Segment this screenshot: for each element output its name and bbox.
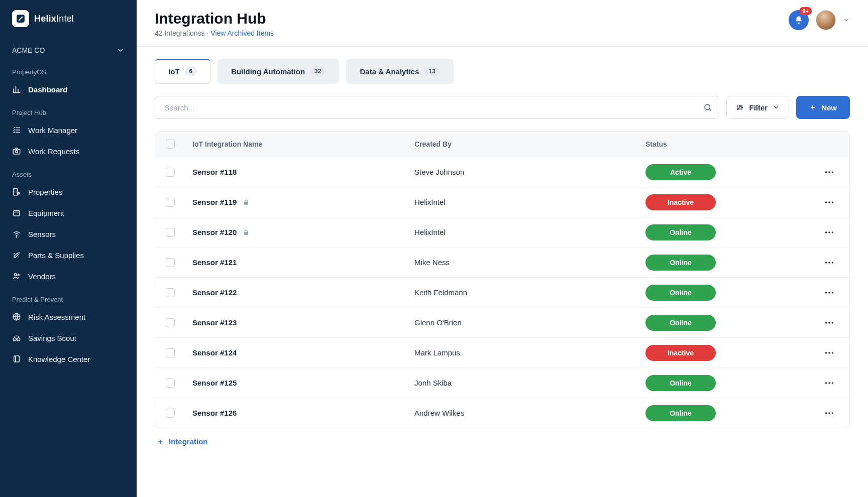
status-badge: Online: [645, 315, 716, 331]
add-integration-button[interactable]: Integration: [155, 428, 850, 455]
sidebar-item-properties[interactable]: Properties: [0, 181, 137, 202]
svg-point-6: [16, 236, 17, 237]
table-row[interactable]: Sensor #125Jonh SkibaOnline: [155, 367, 849, 398]
cell-name: Sensor #126: [185, 409, 407, 417]
cell-name: Sensor #123: [185, 318, 407, 327]
table-row[interactable]: Sensor #123Glenn O'BrienOnline: [155, 307, 849, 337]
svg-point-14: [737, 108, 739, 109]
row-actions-button[interactable]: [809, 287, 849, 298]
row-checkbox[interactable]: [166, 318, 175, 327]
table-row[interactable]: Sensor #122Keith FeldmannOnline: [155, 277, 849, 307]
tab-data-analytics[interactable]: Data & Analytics13: [346, 59, 453, 84]
row-checkbox[interactable]: [166, 198, 175, 207]
col-status: Status: [638, 140, 809, 148]
table-row[interactable]: Sensor #126Andrew WilkesOnline: [155, 398, 849, 428]
sidebar-item-parts-supplies[interactable]: Parts & Supplies: [0, 244, 137, 266]
sidebar-item-knowledge-center[interactable]: Knowledge Center: [0, 348, 137, 369]
tab-count: 32: [310, 66, 325, 76]
nav-section-title: Project Hub: [0, 100, 137, 119]
table-row[interactable]: Sensor #119HelixIntelInactive: [155, 187, 849, 217]
archived-link[interactable]: View Archived Items: [210, 29, 274, 37]
svg-point-31: [832, 292, 834, 294]
row-actions-button[interactable]: [809, 197, 849, 208]
row-checkbox[interactable]: [166, 288, 175, 297]
table-row[interactable]: Sensor #118Steve JohnsonActive: [155, 157, 849, 187]
org-switcher[interactable]: ACME CO: [0, 41, 137, 59]
svg-point-33: [828, 322, 830, 324]
cell-created-by: Glenn O'Brien: [407, 318, 638, 327]
row-actions-button[interactable]: [809, 378, 849, 389]
book-icon: [12, 354, 21, 363]
tab-iot[interactable]: IoT6: [155, 59, 210, 84]
plus-icon: [809, 104, 816, 111]
notifications-button[interactable]: 9+: [789, 10, 809, 30]
page-subtitle: 42 Integrationss · View Archived Items: [155, 29, 274, 37]
sidebar-item-savings-scout[interactable]: Savings Scout: [0, 327, 137, 348]
status-badge: Online: [645, 405, 716, 421]
more-horizontal-icon: [824, 378, 835, 389]
table-row[interactable]: Sensor #124Mark LampusInactive: [155, 337, 849, 367]
cell-status: Inactive: [638, 194, 809, 210]
filter-button[interactable]: Filter: [726, 96, 789, 119]
table-row[interactable]: Sensor #120HelixIntelOnline: [155, 217, 849, 247]
sidebar-item-label: Parts & Supplies: [28, 251, 84, 260]
topbar: Integration Hub 42 Integrationss · View …: [137, 0, 868, 47]
tab-label: IoT: [168, 67, 180, 76]
status-badge: Online: [645, 224, 716, 240]
user-menu-chevron-icon[interactable]: [843, 17, 850, 24]
list-check-icon: [12, 126, 21, 135]
package-icon: [12, 208, 21, 217]
cell-status: Active: [638, 164, 809, 180]
status-badge: Online: [645, 375, 716, 391]
top-actions: 9+: [789, 10, 850, 30]
cell-created-by: Mark Lampus: [407, 348, 638, 357]
row-actions-button[interactable]: [809, 257, 849, 268]
sidebar-item-risk-assessment[interactable]: Risk Assessment: [0, 306, 137, 327]
sidebar-item-label: Savings Scout: [28, 334, 76, 342]
nav-section-title: Assets: [0, 162, 137, 181]
sidebar-item-label: Risk Assessment: [28, 313, 85, 321]
cell-status: Online: [638, 255, 809, 271]
row-actions-button[interactable]: [809, 317, 849, 328]
sliders-icon: [736, 103, 744, 111]
more-horizontal-icon: [824, 408, 835, 419]
more-horizontal-icon: [824, 167, 835, 178]
sidebar-item-work-manager[interactable]: Work Manager: [0, 119, 137, 141]
logo[interactable]: HelixIntel: [0, 10, 137, 41]
svg-point-2: [16, 151, 18, 153]
avatar[interactable]: [816, 10, 836, 30]
controls: Filter New: [155, 96, 850, 119]
cell-name: Sensor #125: [185, 379, 407, 387]
content: IoT6Building Automation32Data & Analytic…: [137, 47, 868, 467]
svg-point-26: [825, 262, 827, 264]
svg-point-18: [828, 171, 830, 173]
row-checkbox[interactable]: [166, 228, 175, 237]
status-badge: Online: [645, 255, 716, 271]
row-actions-button[interactable]: [809, 167, 849, 178]
row-actions-button[interactable]: [809, 408, 849, 419]
search-input[interactable]: [155, 96, 719, 119]
row-checkbox[interactable]: [166, 379, 175, 388]
sidebar-item-sensors[interactable]: Sensors: [0, 223, 137, 244]
sidebar-item-work-requests[interactable]: Work Requests: [0, 141, 137, 162]
cell-created-by: Jonh Skiba: [407, 379, 638, 387]
row-checkbox[interactable]: [166, 168, 175, 177]
row-checkbox[interactable]: [166, 409, 175, 418]
sidebar-item-dashboard[interactable]: Dashboard: [0, 79, 137, 100]
svg-point-11: [17, 338, 20, 341]
cell-status: Online: [638, 315, 809, 331]
row-checkbox[interactable]: [166, 258, 175, 267]
row-actions-button[interactable]: [809, 347, 849, 358]
table-row[interactable]: Sensor #121Mike NessOnline: [155, 247, 849, 277]
svg-point-29: [825, 292, 827, 294]
sidebar-item-vendors[interactable]: Vendors: [0, 266, 137, 287]
tab-building-automation[interactable]: Building Automation32: [218, 59, 339, 84]
row-checkbox[interactable]: [166, 348, 175, 357]
row-actions-button[interactable]: [809, 227, 849, 238]
binoculars-icon: [12, 333, 21, 342]
new-button[interactable]: New: [796, 96, 850, 119]
sidebar-item-equipment[interactable]: Equipment: [0, 202, 137, 223]
select-all-checkbox[interactable]: [166, 140, 175, 149]
svg-point-41: [825, 412, 827, 414]
cell-status: Online: [638, 375, 809, 391]
